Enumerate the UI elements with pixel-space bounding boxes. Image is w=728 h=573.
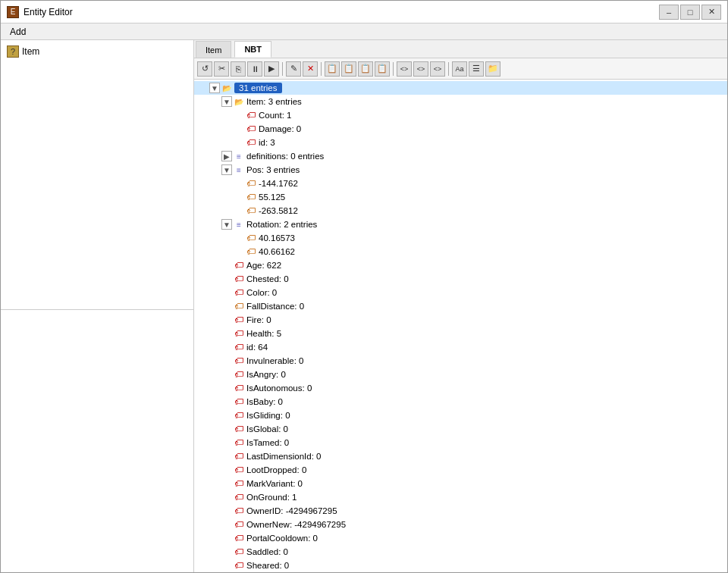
- toolbar-play[interactable]: ▶: [264, 61, 279, 77]
- tag-icon-istamed: 🏷: [234, 437, 244, 448]
- toolbar-copy[interactable]: ⎘: [231, 61, 246, 77]
- tree-node-falldistance[interactable]: 🏷 FallDistance: 0: [194, 299, 727, 313]
- tree-node-color[interactable]: 🏷 Color: 0: [194, 286, 727, 299]
- tree-node-ownernew[interactable]: 🏷 OwnerNew: -4294967295: [194, 518, 727, 531]
- tree-node-isgliding[interactable]: 🏷 IsGliding: 0: [194, 409, 727, 422]
- item-icon: ?: [7, 45, 19, 58]
- toolbar-cut[interactable]: ✂: [214, 61, 229, 77]
- expand-rotation[interactable]: ▼: [221, 219, 232, 230]
- label-definitions: definitions: 0 entries: [246, 152, 324, 161]
- label-invulnerable: Invulnerable: 0: [246, 356, 303, 365]
- tree-node-pos-2[interactable]: 🏷 -263.5812: [194, 204, 727, 218]
- tree-node-age[interactable]: 🏷 Age: 622: [194, 258, 727, 272]
- label-lootdropped: LootDropped: 0: [246, 465, 306, 474]
- tree-node-isbaby[interactable]: 🏷 IsBaby: 0: [194, 395, 727, 409]
- label-portalcooldown: PortalCooldown: 0: [246, 534, 318, 543]
- toolbar-code1[interactable]: <>: [397, 61, 412, 77]
- minimize-button[interactable]: –: [659, 5, 679, 20]
- tag-icon-isbaby: 🏷: [234, 396, 244, 407]
- tree-node-rotation[interactable]: ▼ ≡ Rotation: 2 entries: [194, 218, 727, 231]
- label-count: Count: 1: [259, 111, 291, 120]
- tree-node-rot-1[interactable]: 🏷 40.66162: [194, 245, 727, 258]
- tree-node-markvariant[interactable]: 🏷 MarkVariant: 0: [194, 477, 727, 490]
- tree-node-lootdropped[interactable]: 🏷 LootDropped: 0: [194, 463, 727, 477]
- list-icon-rotation: ≡: [234, 219, 244, 230]
- toolbar-pause[interactable]: ⏸: [247, 61, 262, 77]
- tree-node-pos[interactable]: ▼ ≡ Pos: 3 entries: [194, 163, 727, 177]
- tree-node-count[interactable]: 🏷 Count: 1: [194, 108, 727, 122]
- toolbar-delete[interactable]: ✕: [303, 61, 318, 77]
- menu-add[interactable]: Add: [4, 25, 32, 39]
- app-icon: E: [7, 6, 19, 18]
- toolbar-sep-3: [393, 62, 394, 76]
- toolbar-paste4[interactable]: 📋: [375, 61, 390, 77]
- tree-node-damage[interactable]: 🏷 Damage: 0: [194, 122, 727, 136]
- label-isangry: IsAngry: 0: [246, 370, 286, 379]
- tree-node-isglobal[interactable]: 🏷 IsGlobal: 0: [194, 422, 727, 436]
- tag-icon-health: 🏷: [234, 328, 244, 339]
- label-pos-1: 55.125: [259, 193, 285, 202]
- expand-item[interactable]: ▼: [221, 96, 232, 107]
- tag-icon-markvariant: 🏷: [234, 478, 244, 489]
- toolbar-paste1[interactable]: 📋: [325, 61, 340, 77]
- toolbar-undo[interactable]: ↺: [197, 61, 212, 77]
- tree-node-definitions[interactable]: ▶ ≡ definitions: 0 entries: [194, 149, 727, 163]
- tag-icon-damage: 🏷: [246, 124, 256, 134]
- label-item: Item: 3 entries: [246, 97, 302, 106]
- label-id-item: id: 3: [259, 138, 275, 147]
- label-rot-1: 40.66162: [259, 247, 295, 256]
- close-button[interactable]: ✕: [701, 5, 721, 20]
- expand-definitions[interactable]: ▶: [221, 151, 232, 161]
- tree-root[interactable]: ▼ 📂 31 entries: [194, 81, 727, 95]
- tree-node-pos-0[interactable]: 🏷 -144.1762: [194, 177, 727, 190]
- tag-icon-age: 🏷: [234, 260, 244, 271]
- tag-icon-pos1: 🏷: [246, 192, 256, 202]
- root-label: 31 entries: [234, 83, 282, 93]
- maximize-button[interactable]: □: [680, 5, 700, 20]
- toolbar-code3[interactable]: <>: [430, 61, 445, 77]
- tag-icon-count: 🏷: [246, 110, 256, 121]
- tag-icon-color: 🏷: [234, 287, 244, 298]
- tab-nbt[interactable]: NBT: [234, 41, 271, 58]
- tree-node-sheared[interactable]: 🏷 Sheared: 0: [194, 559, 727, 572]
- toolbar-paste3[interactable]: 📋: [358, 61, 373, 77]
- label-onground: OnGround: 1: [246, 493, 297, 502]
- tag-icon-lootdropped: 🏷: [234, 465, 244, 475]
- tree-node-lastdimensionid[interactable]: 🏷 LastDimensionId: 0: [194, 449, 727, 463]
- tree-node-isautonomous[interactable]: 🏷 IsAutonomous: 0: [194, 381, 727, 395]
- tree-node-item[interactable]: ▼ 📂 Item: 3 entries: [194, 95, 727, 108]
- tree-node-id-item[interactable]: 🏷 id: 3: [194, 136, 727, 149]
- tree-node-pos-1[interactable]: 🏷 55.125: [194, 190, 727, 204]
- tree-node-isangry[interactable]: 🏷 IsAngry: 0: [194, 368, 727, 381]
- tree-node-rot-0[interactable]: 🏷 40.16573: [194, 231, 727, 245]
- tree-node-health[interactable]: 🏷 Health: 5: [194, 327, 727, 340]
- tree-node-invulnerable[interactable]: 🏷 Invulnerable: 0: [194, 354, 727, 368]
- list-icon-definitions: ≡: [234, 151, 244, 161]
- left-item-item[interactable]: ? Item: [4, 43, 190, 60]
- toolbar-paste2[interactable]: 📋: [341, 61, 356, 77]
- tree-node-portalcooldown[interactable]: 🏷 PortalCooldown: 0: [194, 531, 727, 545]
- tab-item[interactable]: Item: [196, 41, 231, 58]
- tag-icon-ownernew: 🏷: [234, 519, 244, 530]
- label-rot-0: 40.16573: [259, 233, 295, 243]
- tag-icon-isautonomous: 🏷: [234, 383, 244, 393]
- menu-bar: Add: [1, 23, 727, 40]
- toolbar-folder[interactable]: 📁: [485, 61, 500, 77]
- tree-node-chested[interactable]: 🏷 Chested: 0: [194, 272, 727, 286]
- label-pos: Pos: 3 entries: [246, 165, 300, 174]
- toolbar-text[interactable]: Aa: [452, 61, 467, 77]
- tree-area[interactable]: ▼ 📂 31 entries ▼ 📂 Item: 3 entries: [194, 80, 727, 572]
- expand-pos[interactable]: ▼: [221, 164, 232, 175]
- toolbar-code2[interactable]: <>: [413, 61, 428, 77]
- tree-node-saddled[interactable]: 🏷 Saddled: 0: [194, 545, 727, 559]
- toolbar-edit[interactable]: ✎: [286, 61, 301, 77]
- expand-root[interactable]: ▼: [209, 83, 220, 93]
- tree-node-ownerid[interactable]: 🏷 OwnerID: -4294967295: [194, 504, 727, 518]
- tree-node-onground[interactable]: 🏷 OnGround: 1: [194, 490, 727, 504]
- tree-node-id[interactable]: 🏷 id: 64: [194, 340, 727, 354]
- label-saddled: Saddled: 0: [246, 547, 288, 556]
- tree-node-istamed[interactable]: 🏷 IsTamed: 0: [194, 436, 727, 449]
- tree-node-fire[interactable]: 🏷 Fire: 0: [194, 313, 727, 327]
- label-ownernew: OwnerNew: -4294967295: [246, 520, 346, 529]
- toolbar-list[interactable]: ☰: [469, 61, 484, 77]
